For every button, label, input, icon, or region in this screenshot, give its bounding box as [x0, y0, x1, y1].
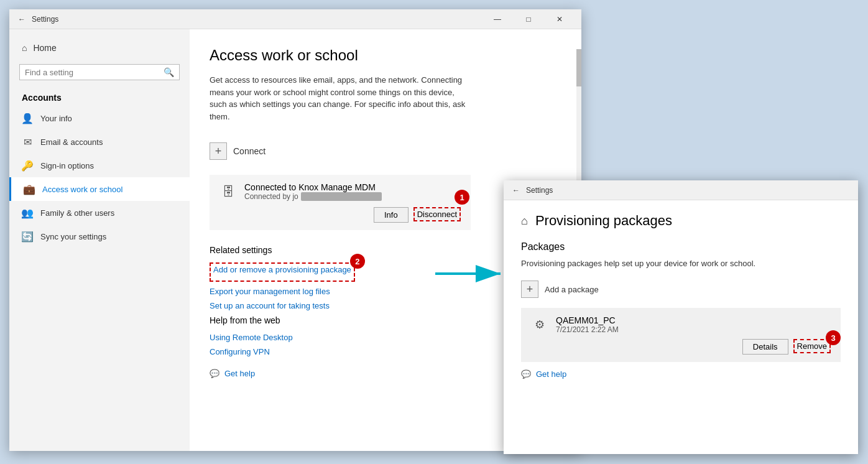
package-list-item: ⚙ QAEMM01_PC 7/21/2021 2:22 AM Details R…	[521, 308, 841, 362]
search-input[interactable]	[25, 68, 160, 77]
badge-3: 3	[826, 330, 841, 345]
connected-header: 🗄 Connected to Knox Manage MDM Connected…	[219, 182, 461, 201]
people-icon: 👥	[22, 207, 33, 218]
package-name: QAEMM01_PC	[556, 315, 619, 325]
home-icon: ⌂	[521, 215, 528, 228]
provisioning-window: ← Settings ⌂ Provisioning packages Packa…	[504, 180, 858, 454]
package-info: QAEMM01_PC 7/21/2021 2:22 AM	[556, 315, 619, 334]
sidebar-item-label: Access work or school	[42, 185, 122, 194]
package-gear-icon: ⚙	[531, 316, 548, 333]
sidebar-section-title: Accounts	[9, 85, 190, 106]
sidebar-item-sign-in[interactable]: 🔑 Sign-in options	[9, 154, 190, 177]
main-settings-window: ← Settings — □ ✕ ⌂ Home 🔍 Accounts 👤 You…	[9, 9, 581, 451]
badge-2: 2	[350, 254, 365, 269]
info-button[interactable]: Info	[374, 207, 409, 223]
sidebar-search-box[interactable]: 🔍	[19, 64, 180, 80]
sync-icon: 🔄	[22, 231, 33, 242]
page-description: Get access to resources like email, apps…	[210, 74, 471, 123]
disconnect-button[interactable]: Disconnect	[413, 207, 461, 221]
person-icon: 👤	[22, 113, 33, 124]
packages-section-title: Packages	[521, 241, 841, 253]
badge-1: 1	[455, 190, 469, 205]
sidebar-item-label: Your info	[40, 114, 72, 123]
sidebar-item-family-users[interactable]: 👥 Family & other users	[9, 201, 190, 225]
provisioning-title-bar-label: Settings	[526, 186, 553, 195]
sidebar-home-label: Home	[33, 43, 56, 53]
remove-button[interactable]: Remove	[793, 339, 831, 353]
home-icon: ⌂	[22, 43, 27, 53]
connected-info: Connected to Knox Manage MDM Connected b…	[244, 182, 461, 201]
get-help-label: Get help	[536, 369, 566, 379]
search-icon: 🔍	[164, 67, 174, 77]
add-plus-icon: +	[521, 281, 538, 298]
close-button[interactable]: ✕	[545, 9, 574, 29]
sidebar-item-sync-settings[interactable]: 🔄 Sync your settings	[9, 225, 190, 248]
package-item-header: ⚙ QAEMM01_PC 7/21/2021 2:22 AM	[531, 315, 831, 334]
add-package-button[interactable]: + Add a package	[521, 278, 841, 300]
sidebar-item-your-info[interactable]: 👤 Your info	[9, 106, 190, 130]
arrow-icon	[435, 258, 510, 289]
add-package-label: Add a package	[545, 285, 599, 294]
sidebar-home-item[interactable]: ⌂ Home	[9, 37, 190, 59]
connected-account-card: 🗄 Connected to Knox Manage MDM Connected…	[210, 175, 471, 230]
provisioning-link-wrapper: Add or remove a provisioning package	[210, 262, 355, 282]
arrow-container	[435, 258, 510, 291]
window-content: ⌂ Home 🔍 Accounts 👤 Your info ✉ Email & …	[9, 29, 581, 451]
details-button[interactable]: Details	[742, 339, 788, 355]
plus-icon: +	[210, 142, 227, 160]
provisioning-title-bar: ← Settings	[504, 180, 858, 200]
mdm-briefcase-icon: 🗄	[219, 183, 237, 200]
email-icon: ✉	[22, 136, 33, 147]
connect-button[interactable]: + Connect	[210, 137, 561, 165]
briefcase-icon: 💼	[24, 183, 35, 195]
restore-button[interactable]: □	[514, 9, 543, 29]
page-title: Access work or school	[210, 47, 561, 64]
sidebar: ⌂ Home 🔍 Accounts 👤 Your info ✉ Email & …	[9, 29, 190, 451]
help-icon: 💬	[210, 369, 219, 378]
help-chat-icon: 💬	[521, 369, 531, 379]
connect-label: Connect	[233, 146, 265, 156]
provisioning-link[interactable]: Add or remove a provisioning package	[213, 265, 351, 274]
provisioning-content: ⌂ Provisioning packages Packages Provisi…	[504, 200, 858, 454]
key-icon: 🔑	[22, 160, 33, 171]
title-bar: ← Settings — □ ✕	[9, 9, 581, 29]
package-actions: Details Remove 3	[531, 339, 831, 355]
title-bar-title: Settings	[32, 15, 58, 24]
blurred-email	[301, 192, 382, 201]
sidebar-item-email-accounts[interactable]: ✉ Email & accounts	[9, 130, 190, 154]
sidebar-item-label: Sync your settings	[40, 232, 106, 241]
connected-by: Connected by jo	[244, 192, 461, 201]
minimize-button[interactable]: —	[483, 9, 512, 29]
get-help-label: Get help	[224, 369, 255, 378]
sidebar-item-access-work[interactable]: 💼 Access work or school	[9, 177, 190, 201]
remove-wrapper: Remove 3	[793, 339, 831, 355]
connected-actions: Info Disconnect 1	[219, 207, 461, 223]
sidebar-item-label: Email & accounts	[40, 137, 103, 147]
scrollbar-thumb[interactable]	[576, 49, 581, 86]
sidebar-item-label: Sign-in options	[40, 161, 94, 170]
disconnect-wrapper: Disconnect 1	[413, 207, 461, 223]
provisioning-back-button[interactable]: ←	[511, 185, 521, 195]
sidebar-item-label: Family & other users	[40, 208, 114, 218]
connected-name: Connected to Knox Manage MDM	[244, 182, 461, 192]
provisioning-page-title: Provisioning packages	[535, 213, 672, 229]
provisioning-get-help[interactable]: 💬 Get help	[521, 369, 841, 379]
title-bar-back-button[interactable]: ←	[17, 14, 27, 24]
package-date: 7/21/2021 2:22 AM	[556, 325, 619, 334]
title-bar-controls: — □ ✕	[483, 9, 574, 29]
provisioning-header: ⌂ Provisioning packages	[521, 213, 841, 229]
packages-description: Provisioning packages help set up your d…	[521, 259, 841, 268]
